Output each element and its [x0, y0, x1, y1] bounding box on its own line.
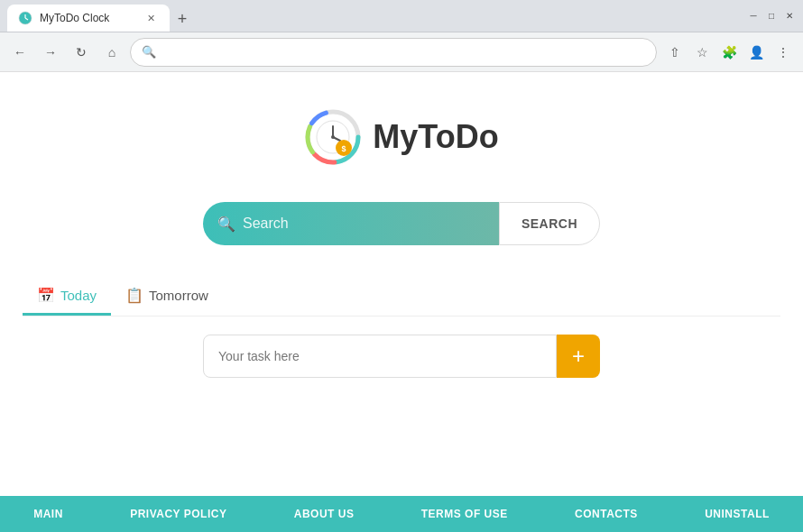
- tab-favicon: [18, 11, 32, 25]
- tab-today[interactable]: 📅 Today: [23, 278, 111, 316]
- restore-button[interactable]: □: [765, 10, 778, 23]
- footer-terms[interactable]: TERMS OF USE: [421, 508, 508, 520]
- svg-point-11: [331, 135, 335, 139]
- search-magnifier-icon: 🔍: [217, 216, 235, 233]
- tab-tomorrow[interactable]: 📋 Tomorrow: [111, 278, 223, 316]
- add-task-button[interactable]: +: [557, 335, 600, 378]
- home-button[interactable]: ⌂: [99, 40, 125, 65]
- tabs-area: 📅 Today 📋 Tomorrow: [23, 278, 780, 316]
- titlebar: MyToDo Clock ✕ + ─ □ ✕: [0, 0, 803, 32]
- reload-button[interactable]: ↻: [69, 40, 94, 65]
- minimize-button[interactable]: ─: [747, 10, 760, 23]
- footer-about[interactable]: ABOUT US: [294, 508, 355, 520]
- window-controls: ─ □ ✕: [747, 10, 796, 23]
- address-input[interactable]: [162, 45, 645, 59]
- tab-close-button[interactable]: ✕: [143, 10, 159, 26]
- task-input-row: +: [203, 335, 600, 378]
- svg-text:$: $: [342, 144, 346, 153]
- back-button[interactable]: ←: [7, 40, 32, 65]
- tab-area: MyToDo Clock ✕ +: [7, 0, 743, 32]
- today-calendar-icon: 📅: [37, 287, 55, 304]
- extensions-icon[interactable]: 🧩: [716, 40, 742, 65]
- profile-icon[interactable]: 👤: [743, 40, 769, 65]
- browser-toolbar: ← → ↻ ⌂ 🔍 ⇧ ☆ 🧩 👤 ⋮: [0, 32, 803, 72]
- footer-uninstall[interactable]: UNINSTALL: [705, 508, 770, 520]
- task-input[interactable]: [203, 335, 557, 378]
- search-input-wrap[interactable]: 🔍: [203, 202, 499, 245]
- bookmark-icon[interactable]: ☆: [689, 40, 715, 65]
- logo-area: $ MyToDo: [304, 108, 498, 166]
- forward-button[interactable]: →: [38, 40, 63, 65]
- footer: MAIN PRIVACY POLICY ABOUT US TERMS OF US…: [0, 496, 803, 532]
- app-name: MyToDo: [373, 118, 498, 156]
- new-tab-button[interactable]: +: [170, 6, 195, 32]
- tab-title: MyToDo Clock: [40, 12, 109, 24]
- tab-today-label: Today: [60, 288, 97, 303]
- share-icon[interactable]: ⇧: [662, 40, 688, 65]
- close-button[interactable]: ✕: [783, 10, 796, 23]
- tomorrow-calendar-icon: 📋: [125, 287, 143, 304]
- search-area: 🔍 SEARCH: [203, 202, 600, 245]
- page-content: $ MyToDo 🔍 SEARCH 📅 Today 📋 Tomorrow +: [0, 72, 803, 496]
- address-bar[interactable]: 🔍: [130, 38, 657, 67]
- footer-main[interactable]: MAIN: [33, 508, 63, 520]
- active-tab[interactable]: MyToDo Clock ✕: [7, 5, 170, 32]
- search-input[interactable]: [243, 216, 485, 232]
- footer-contacts[interactable]: CONTACTS: [575, 508, 638, 520]
- toolbar-icons: ⇧ ☆ 🧩 👤 ⋮: [662, 40, 796, 65]
- app-logo-icon: $: [304, 108, 362, 166]
- menu-icon[interactable]: ⋮: [771, 40, 796, 65]
- footer-privacy[interactable]: PRIVACY POLICY: [130, 508, 226, 520]
- search-icon: 🔍: [142, 45, 156, 59]
- tab-tomorrow-label: Tomorrow: [149, 288, 208, 303]
- search-button[interactable]: SEARCH: [499, 202, 600, 245]
